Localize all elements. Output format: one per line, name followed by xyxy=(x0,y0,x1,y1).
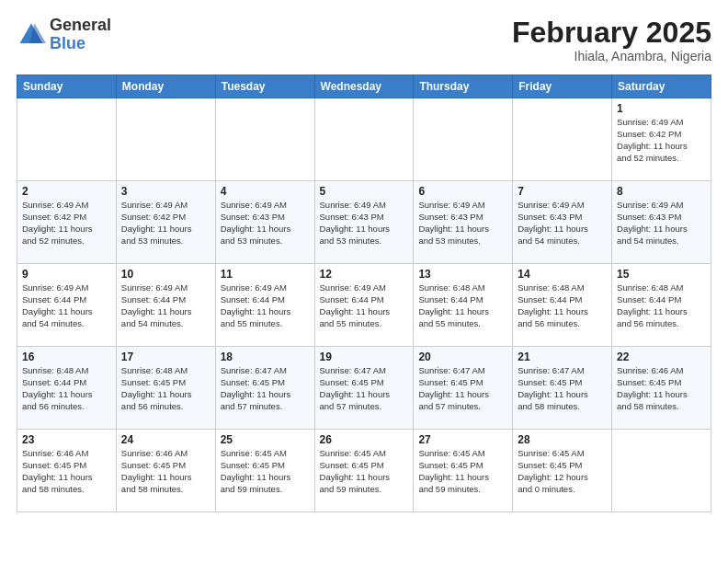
location: Ihiala, Anambra, Nigeria xyxy=(512,49,711,63)
day-cell: 25Sunrise: 6:45 AM Sunset: 6:45 PM Dayli… xyxy=(215,430,314,512)
day-info: Sunrise: 6:49 AM Sunset: 6:43 PM Dayligh… xyxy=(617,200,706,247)
day-number: 25 xyxy=(221,433,310,446)
day-number: 27 xyxy=(418,433,507,446)
day-cell xyxy=(17,98,117,181)
day-info: Sunrise: 6:47 AM Sunset: 6:45 PM Dayligh… xyxy=(518,365,607,412)
day-number: 10 xyxy=(121,268,210,281)
day-number: 28 xyxy=(518,433,607,446)
weekday-header-saturday: Saturday xyxy=(612,75,711,98)
day-info: Sunrise: 6:49 AM Sunset: 6:43 PM Dayligh… xyxy=(418,200,507,247)
day-number: 5 xyxy=(320,185,409,198)
day-cell xyxy=(215,98,314,181)
day-cell: 23Sunrise: 6:46 AM Sunset: 6:45 PM Dayli… xyxy=(17,430,117,512)
day-cell: 7Sunrise: 6:49 AM Sunset: 6:43 PM Daylig… xyxy=(513,181,612,264)
weekday-header-thursday: Thursday xyxy=(414,75,513,98)
day-number: 12 xyxy=(320,268,409,281)
day-info: Sunrise: 6:46 AM Sunset: 6:45 PM Dayligh… xyxy=(22,448,111,495)
day-info: Sunrise: 6:49 AM Sunset: 6:42 PM Dayligh… xyxy=(22,200,111,247)
day-number: 6 xyxy=(418,185,507,198)
day-number: 26 xyxy=(320,433,409,446)
day-number: 4 xyxy=(221,185,310,198)
logo-blue: Blue xyxy=(50,34,85,52)
day-info: Sunrise: 6:48 AM Sunset: 6:44 PM Dayligh… xyxy=(518,282,607,329)
day-cell: 10Sunrise: 6:49 AM Sunset: 6:44 PM Dayli… xyxy=(116,264,215,347)
day-info: Sunrise: 6:48 AM Sunset: 6:44 PM Dayligh… xyxy=(22,365,111,412)
day-cell: 8Sunrise: 6:49 AM Sunset: 6:43 PM Daylig… xyxy=(612,181,711,264)
day-cell: 5Sunrise: 6:49 AM Sunset: 6:43 PM Daylig… xyxy=(314,181,414,264)
day-number: 11 xyxy=(221,268,310,281)
day-number: 15 xyxy=(617,268,706,281)
day-cell: 19Sunrise: 6:47 AM Sunset: 6:45 PM Dayli… xyxy=(314,347,414,430)
week-row-3: 9Sunrise: 6:49 AM Sunset: 6:44 PM Daylig… xyxy=(17,264,711,347)
day-number: 14 xyxy=(518,268,607,281)
day-cell: 27Sunrise: 6:45 AM Sunset: 6:45 PM Dayli… xyxy=(414,430,513,512)
day-info: Sunrise: 6:49 AM Sunset: 6:43 PM Dayligh… xyxy=(221,200,310,247)
title-block: February 2025 Ihiala, Anambra, Nigeria xyxy=(512,17,711,63)
calendar: SundayMondayTuesdayWednesdayThursdayFrid… xyxy=(17,75,711,512)
day-number: 18 xyxy=(221,350,310,363)
day-info: Sunrise: 6:49 AM Sunset: 6:44 PM Dayligh… xyxy=(320,282,409,329)
month-title: February 2025 xyxy=(512,17,711,49)
day-number: 23 xyxy=(22,433,111,446)
day-info: Sunrise: 6:48 AM Sunset: 6:45 PM Dayligh… xyxy=(121,365,210,412)
weekday-header-tuesday: Tuesday xyxy=(215,75,314,98)
day-cell: 16Sunrise: 6:48 AM Sunset: 6:44 PM Dayli… xyxy=(17,347,117,430)
day-info: Sunrise: 6:49 AM Sunset: 6:44 PM Dayligh… xyxy=(121,282,210,329)
day-cell: 2Sunrise: 6:49 AM Sunset: 6:42 PM Daylig… xyxy=(17,181,117,264)
day-number: 2 xyxy=(22,185,111,198)
week-row-4: 16Sunrise: 6:48 AM Sunset: 6:44 PM Dayli… xyxy=(17,347,711,430)
day-info: Sunrise: 6:49 AM Sunset: 6:44 PM Dayligh… xyxy=(221,282,310,329)
weekday-header-friday: Friday xyxy=(513,75,612,98)
day-cell xyxy=(513,98,612,181)
day-cell: 26Sunrise: 6:45 AM Sunset: 6:45 PM Dayli… xyxy=(314,430,414,512)
day-info: Sunrise: 6:49 AM Sunset: 6:43 PM Dayligh… xyxy=(320,200,409,247)
day-number: 9 xyxy=(22,268,111,281)
day-info: Sunrise: 6:45 AM Sunset: 6:45 PM Dayligh… xyxy=(320,448,409,495)
day-info: Sunrise: 6:46 AM Sunset: 6:45 PM Dayligh… xyxy=(617,365,706,412)
day-cell xyxy=(612,430,711,512)
day-number: 3 xyxy=(121,185,210,198)
day-info: Sunrise: 6:45 AM Sunset: 6:45 PM Dayligh… xyxy=(221,448,310,495)
day-info: Sunrise: 6:48 AM Sunset: 6:44 PM Dayligh… xyxy=(418,282,507,329)
day-info: Sunrise: 6:47 AM Sunset: 6:45 PM Dayligh… xyxy=(221,365,310,412)
day-cell xyxy=(414,98,513,181)
weekday-header-row: SundayMondayTuesdayWednesdayThursdayFrid… xyxy=(17,75,711,98)
day-cell: 24Sunrise: 6:46 AM Sunset: 6:45 PM Dayli… xyxy=(116,430,215,512)
day-info: Sunrise: 6:48 AM Sunset: 6:44 PM Dayligh… xyxy=(617,282,706,329)
day-cell: 18Sunrise: 6:47 AM Sunset: 6:45 PM Dayli… xyxy=(215,347,314,430)
day-cell: 15Sunrise: 6:48 AM Sunset: 6:44 PM Dayli… xyxy=(612,264,711,347)
day-number: 19 xyxy=(320,350,409,363)
day-cell: 9Sunrise: 6:49 AM Sunset: 6:44 PM Daylig… xyxy=(17,264,117,347)
day-number: 24 xyxy=(121,433,210,446)
day-info: Sunrise: 6:45 AM Sunset: 6:45 PM Dayligh… xyxy=(518,448,607,495)
day-cell: 20Sunrise: 6:47 AM Sunset: 6:45 PM Dayli… xyxy=(414,347,513,430)
day-info: Sunrise: 6:46 AM Sunset: 6:45 PM Dayligh… xyxy=(121,448,210,495)
day-info: Sunrise: 6:47 AM Sunset: 6:45 PM Dayligh… xyxy=(320,365,409,412)
day-number: 8 xyxy=(617,185,706,198)
page-header: General Blue February 2025 Ihiala, Anamb… xyxy=(17,17,711,63)
day-info: Sunrise: 6:49 AM Sunset: 6:43 PM Dayligh… xyxy=(518,200,607,247)
day-number: 21 xyxy=(518,350,607,363)
day-cell: 6Sunrise: 6:49 AM Sunset: 6:43 PM Daylig… xyxy=(414,181,513,264)
logo: General Blue xyxy=(17,17,111,53)
day-cell: 1Sunrise: 6:49 AM Sunset: 6:42 PM Daylig… xyxy=(612,98,711,181)
day-cell: 13Sunrise: 6:48 AM Sunset: 6:44 PM Dayli… xyxy=(414,264,513,347)
day-cell: 22Sunrise: 6:46 AM Sunset: 6:45 PM Dayli… xyxy=(612,347,711,430)
day-cell xyxy=(314,98,414,181)
day-number: 1 xyxy=(617,102,706,115)
logo-icon xyxy=(17,20,46,50)
day-cell xyxy=(116,98,215,181)
day-number: 16 xyxy=(22,350,111,363)
day-cell: 21Sunrise: 6:47 AM Sunset: 6:45 PM Dayli… xyxy=(513,347,612,430)
weekday-header-wednesday: Wednesday xyxy=(314,75,414,98)
day-cell: 14Sunrise: 6:48 AM Sunset: 6:44 PM Dayli… xyxy=(513,264,612,347)
day-info: Sunrise: 6:49 AM Sunset: 6:42 PM Dayligh… xyxy=(121,200,210,247)
day-info: Sunrise: 6:47 AM Sunset: 6:45 PM Dayligh… xyxy=(418,365,507,412)
weekday-header-sunday: Sunday xyxy=(17,75,117,98)
day-cell: 4Sunrise: 6:49 AM Sunset: 6:43 PM Daylig… xyxy=(215,181,314,264)
day-info: Sunrise: 6:49 AM Sunset: 6:42 PM Dayligh… xyxy=(617,117,706,164)
day-cell: 12Sunrise: 6:49 AM Sunset: 6:44 PM Dayli… xyxy=(314,264,414,347)
day-cell: 28Sunrise: 6:45 AM Sunset: 6:45 PM Dayli… xyxy=(513,430,612,512)
day-cell: 3Sunrise: 6:49 AM Sunset: 6:42 PM Daylig… xyxy=(116,181,215,264)
day-cell: 17Sunrise: 6:48 AM Sunset: 6:45 PM Dayli… xyxy=(116,347,215,430)
